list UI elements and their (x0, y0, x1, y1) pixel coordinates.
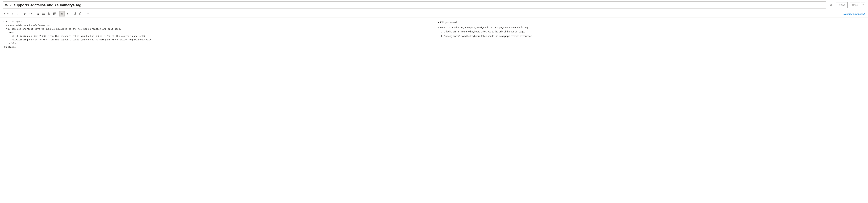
save-dropdown-button[interactable] (860, 2, 865, 8)
hash-button[interactable]: # (65, 11, 70, 16)
toolbar-right-group: Markdown supported. (843, 12, 865, 15)
source-editor[interactable]: <details open> <summary>Did you know?</s… (0, 18, 434, 70)
svg-point-14 (42, 12, 43, 13)
bold-button[interactable]: B (10, 11, 15, 16)
preview-body: You can use shortcut keys to quickly nav… (438, 25, 865, 38)
svg-text:A: A (4, 13, 5, 15)
preview-pane: ▼ Did you know? You can use shortcut key… (434, 18, 868, 70)
link-icon (24, 12, 27, 15)
preview-summary-row[interactable]: ▼ Did you know? (438, 20, 865, 25)
text-fragment: of the current page. (503, 30, 525, 33)
formatting-toolbar: A B I 123 (0, 10, 868, 18)
table-button[interactable] (52, 11, 57, 16)
checklist-button[interactable] (46, 11, 52, 16)
bold-icon: B (11, 12, 13, 15)
markdown-supported-link[interactable]: Markdown supported. (843, 13, 865, 15)
svg-text:Abc: Abc (61, 13, 63, 14)
sliders-icon (830, 3, 833, 7)
svg-rect-17 (43, 13, 44, 14)
more-icon (86, 12, 89, 15)
unordered-list-icon (42, 12, 45, 15)
preview-list: Clicking on "e" from the keyboard takes … (444, 30, 865, 38)
bold-fragment: new page (499, 35, 510, 37)
bold-fragment: "e" (456, 30, 460, 33)
abc-button[interactable]: Abc (59, 11, 65, 16)
svg-point-18 (42, 14, 43, 14)
font-color-icon: A (3, 12, 6, 15)
svg-rect-20 (48, 12, 49, 13)
save-button[interactable]: Save (849, 2, 860, 8)
italic-icon: I (18, 12, 19, 15)
svg-point-1 (831, 4, 831, 4)
settings-button[interactable] (829, 2, 834, 8)
bold-fragment: edit (499, 30, 503, 33)
italic-button[interactable]: I (15, 11, 21, 16)
svg-point-35 (87, 13, 87, 14)
clipboard-icon (79, 12, 82, 15)
editor-split: <details open> <summary>Did you know?</s… (0, 18, 868, 70)
list-item: Clicking on "n" from the keyboard takes … (444, 34, 865, 38)
list-item: Clicking on "e" from the keyboard takes … (444, 30, 865, 34)
svg-rect-33 (80, 13, 81, 14)
toolbar-left-group: A B I 123 (3, 11, 90, 16)
save-button-group: Save (849, 2, 865, 8)
checklist-icon (48, 12, 51, 15)
table-icon (53, 12, 56, 15)
svg-point-16 (42, 13, 43, 14)
font-color-chevron[interactable] (7, 11, 9, 16)
font-color-button[interactable]: A (3, 11, 7, 16)
ordered-list-button[interactable]: 123 (35, 11, 41, 16)
unordered-list-button[interactable] (41, 11, 46, 16)
svg-text:3: 3 (37, 14, 37, 15)
title-bar: Close Save (0, 0, 868, 10)
code-icon (29, 12, 32, 15)
hash-icon: # (67, 12, 68, 15)
svg-rect-26 (54, 13, 56, 15)
code-button[interactable] (28, 11, 33, 16)
abc-icon: Abc (61, 12, 63, 15)
chevron-down-icon (861, 3, 864, 7)
text-fragment: from the keyboard takes you to the (460, 30, 499, 33)
ordered-list-icon: 123 (37, 12, 39, 15)
attach-button[interactable] (72, 11, 78, 16)
preview-intro-text: You can use shortcut keys to quickly nav… (438, 25, 865, 30)
page-title-input[interactable] (3, 1, 826, 9)
close-button[interactable]: Close (836, 2, 847, 8)
svg-rect-11 (37, 13, 39, 14)
clipboard-button[interactable] (78, 11, 83, 16)
preview-summary-text: Did you know? (440, 20, 457, 25)
text-fragment: Clicking on (444, 35, 456, 37)
link-button[interactable] (23, 11, 28, 16)
text-fragment: Clicking on (444, 30, 456, 33)
svg-point-37 (88, 13, 89, 14)
svg-point-5 (831, 5, 831, 6)
svg-point-36 (88, 13, 88, 14)
bold-fragment: "n" (456, 35, 460, 37)
text-fragment: from the keyboard takes you to the (460, 35, 499, 37)
wiki-editor-root: Close Save A B I (0, 0, 868, 70)
svg-rect-24 (48, 14, 49, 15)
triangle-down-icon: ▼ (438, 21, 439, 24)
svg-rect-34 (80, 12, 81, 13)
svg-point-3 (831, 4, 832, 5)
svg-rect-22 (48, 13, 49, 14)
paperclip-icon (73, 12, 76, 15)
svg-rect-7 (4, 14, 5, 15)
text-fragment: creation experience. (510, 35, 533, 37)
more-button[interactable] (85, 11, 90, 16)
